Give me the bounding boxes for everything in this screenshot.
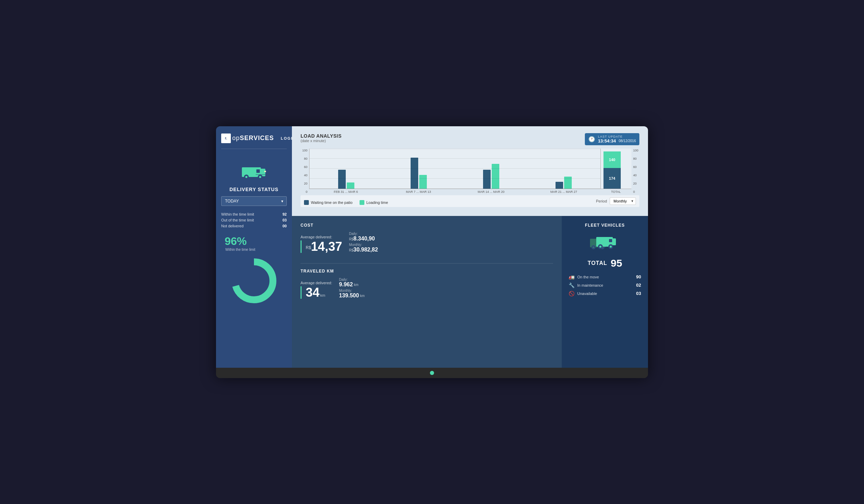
cost-daily-currency: R$ xyxy=(349,237,353,241)
legend-label-loading: Loading time xyxy=(366,200,388,205)
km-monthly-label: Monthly: xyxy=(339,289,365,293)
bottom-bar xyxy=(216,368,648,378)
right-content: LOAD ANALYSIS (date x minute) 🕐 LAST UPD… xyxy=(292,126,648,368)
main-chart: FEB 31 ... MAR 6 MAR 7 ... MAR 13 MAR 14… xyxy=(309,149,600,194)
wrench-icon: 🔧 xyxy=(569,283,575,288)
bar-group-3 xyxy=(458,164,524,189)
svg-rect-2 xyxy=(256,169,260,173)
legend-waiting: Waiting time on the patio xyxy=(304,200,353,205)
km-section: TRAVELED KM Average delivered: 34 km xyxy=(301,269,553,299)
fleet-trucks-icon xyxy=(589,234,620,254)
fleet-total: TOTAL 95 xyxy=(588,257,622,269)
cost-daily: Daily: R$ 8.340,90 xyxy=(349,232,378,242)
y-axis-right: 100 80 60 40 20 0 xyxy=(632,149,639,194)
svg-point-24 xyxy=(610,246,612,248)
update-time: 13:54:34 xyxy=(598,138,616,144)
delivery-status-title: DELIVERY STATUS xyxy=(229,187,278,192)
logo-box: r. xyxy=(221,134,231,143)
bottom-dot xyxy=(430,371,434,375)
km-main-metric: 34 km xyxy=(301,286,332,299)
cost-monthly-currency: R$ xyxy=(349,248,353,252)
km-monthly: Monthly: 139.500 km xyxy=(339,289,365,299)
svg-rect-20 xyxy=(609,239,612,242)
bar-dark-3 xyxy=(483,170,491,189)
km-average-label: Average delivered: xyxy=(301,281,332,285)
svg-rect-8 xyxy=(264,171,266,172)
cost-monthly-label: Monthly: xyxy=(349,243,378,247)
km-sub-metrics: Daily: 9.962 km Monthly: 139.50 xyxy=(339,278,365,299)
fleet-stat-left-move: 🚛 On the move xyxy=(569,274,599,280)
cost-average-label: Average delivered: xyxy=(301,235,342,239)
ban-icon: 🚫 xyxy=(569,291,575,296)
fleet-total-label: TOTAL xyxy=(588,260,607,266)
km-unit: km xyxy=(320,293,325,297)
stat-row-out: Out of the time limit 03 xyxy=(221,218,287,222)
km-metric-row: Average delivered: 34 km Daily: xyxy=(301,278,553,299)
fleet-label-unavailable: Unavailable xyxy=(577,291,597,296)
cost-average-value: 14,37 xyxy=(311,240,342,253)
bar-dark-1 xyxy=(338,170,346,189)
cost-daily-label: Daily: xyxy=(349,232,378,236)
donut-chart xyxy=(230,257,278,305)
km-monthly-value: 139.500 xyxy=(339,293,359,299)
stat-label-not-delivered: Not delivered xyxy=(221,224,244,228)
km-daily-unit: km xyxy=(354,283,359,287)
delivery-period-select[interactable]: TODAY YESTERDAY THIS WEEK THIS MONTH xyxy=(221,196,287,206)
cost-title: COST xyxy=(301,223,553,228)
x-label-3: MAR 14 ... MAR 20 xyxy=(458,190,524,194)
period-select[interactable]: Daily Weekly Monthly Yearly xyxy=(610,197,636,205)
main-content: r. opSERVICES LOGISTICS xyxy=(216,126,648,368)
svg-point-15 xyxy=(593,246,595,248)
cost-currency: R$ xyxy=(306,245,311,250)
total-bar-dark: 174 xyxy=(603,168,621,189)
fleet-total-value: 95 xyxy=(611,257,622,269)
bar-group-1 xyxy=(313,170,379,189)
bar-teal-2 xyxy=(419,175,427,189)
legend-loading: Loading time xyxy=(360,200,388,205)
fleet-stat-maintenance: 🔧 In maintenance 02 xyxy=(569,283,641,288)
fleet-stat-unavailable: 🚫 Unavailable 03 xyxy=(569,291,641,296)
legend-box-dark xyxy=(304,200,309,205)
bar-group-2 xyxy=(385,158,452,189)
fleet-stat-left-maintenance: 🔧 In maintenance xyxy=(569,283,603,288)
period-select-wrapper[interactable]: TODAY YESTERDAY THIS WEEK THIS MONTH ▼ xyxy=(221,196,287,206)
km-daily-label: Daily: xyxy=(339,278,365,281)
x-label-1: FEB 31 ... MAR 6 xyxy=(313,190,379,194)
km-daily-value: 9.962 xyxy=(339,281,353,288)
update-label: LAST UPDATE xyxy=(598,135,636,138)
cost-metric-row: Average delivered: R$ 14,37 Daily: xyxy=(301,232,553,253)
stat-label-out: Out of the time limit xyxy=(221,218,254,222)
svg-rect-7 xyxy=(256,174,265,175)
bars-area xyxy=(309,149,600,189)
cost-monthly: Monthly: R$ 30.982,82 xyxy=(349,243,378,253)
chart-title-block: LOAD ANALYSIS (date x minute) xyxy=(301,133,342,143)
truck-icon xyxy=(240,161,268,183)
svg-point-22 xyxy=(599,246,601,248)
clock-icon: 🕐 xyxy=(588,136,595,142)
delivery-stats: Within the time limit 92 Out of the time… xyxy=(221,212,287,230)
legend-box-teal xyxy=(360,200,364,205)
x-label-total: TOTAL xyxy=(600,189,631,194)
stat-value-out: 03 xyxy=(283,218,287,222)
main-screen: r. opSERVICES LOGISTICS xyxy=(216,126,648,378)
cost-sub-metrics: Daily: R$ 8.340,90 Monthly: R$ xyxy=(349,232,378,253)
bar-dark-4 xyxy=(556,182,563,189)
fleet-title: FLEET VEHICLES xyxy=(585,223,625,228)
total-bar-section: 140 174 TOTAL xyxy=(600,149,631,194)
update-info: LAST UPDATE 13:54:34 08/12/2016 xyxy=(598,135,636,144)
fleet-value-move: 90 xyxy=(636,274,641,279)
fleet-value-maintenance: 02 xyxy=(636,283,641,288)
bar-dark-2 xyxy=(411,158,418,189)
cost-km-section: COST Average delivered: R$ 14,37 xyxy=(292,216,562,368)
fleet-section: FLEET VEHICLES xyxy=(562,216,648,368)
percentage-display: 96% xyxy=(225,235,247,248)
truck-move-icon: 🚛 xyxy=(569,274,575,280)
cost-monthly-value: 30.982,82 xyxy=(353,247,378,253)
period-wrapper[interactable]: Daily Weekly Monthly Yearly ▼ xyxy=(610,197,636,205)
logo-text: opSERVICES xyxy=(232,135,274,142)
sidebar: r. opSERVICES LOGISTICS xyxy=(216,126,292,368)
bar-teal-3 xyxy=(492,164,499,189)
bottom-area: COST Average delivered: R$ 14,37 xyxy=(292,216,648,368)
fleet-label-move: On the move xyxy=(577,275,599,279)
chart-bars-container: 100 80 60 40 20 0 xyxy=(301,149,639,194)
